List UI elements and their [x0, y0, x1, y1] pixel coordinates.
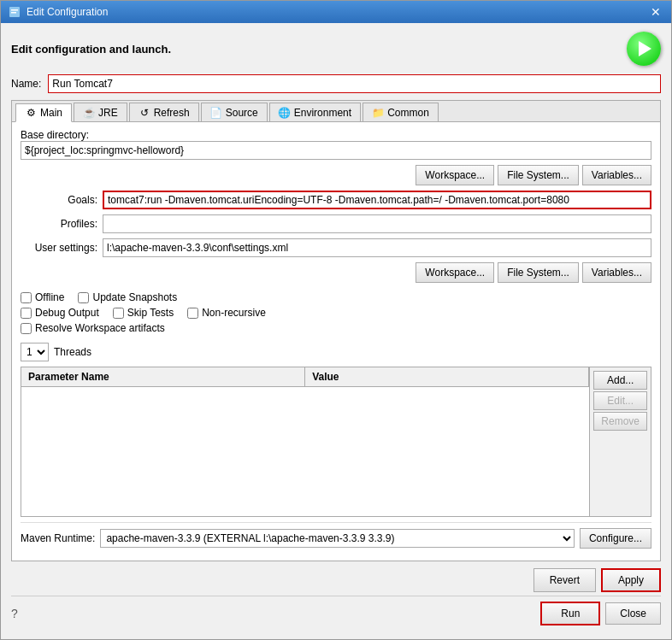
tab-refresh-label: Refresh — [154, 107, 190, 119]
tab-jre-label: JRE — [98, 107, 118, 119]
footer-row: ? Run Close — [11, 596, 661, 631]
debug-output-label: Debug Output — [35, 307, 99, 319]
tabs-bar: ⚙ Main ☕ JRE ↺ Refresh 📄 Source 🌐 Enviro… — [11, 100, 661, 121]
user-settings-row: User settings: — [21, 238, 651, 257]
dialog-icon — [8, 5, 21, 19]
tab-common[interactable]: 📁 Common — [363, 103, 439, 121]
update-snapshots-checkbox[interactable] — [78, 292, 89, 303]
tab-environment[interactable]: 🌐 Environment — [269, 103, 361, 121]
base-directory-input[interactable] — [21, 141, 651, 160]
base-directory-label: Base directory: — [21, 129, 651, 141]
run-button[interactable]: Run — [540, 602, 600, 625]
skip-tests-checkbox[interactable] — [113, 308, 124, 319]
edit-parameter-button[interactable]: Edit... — [593, 391, 647, 410]
resolve-workspace-checkbox-item: Resolve Workspace artifacts — [21, 322, 165, 334]
debug-output-checkbox-item: Debug Output — [21, 307, 99, 319]
resolve-workspace-checkbox[interactable] — [21, 323, 32, 334]
workspace-button-1[interactable]: Workspace... — [416, 165, 494, 185]
title-bar: Edit Configuration ✕ — [1, 1, 671, 23]
tab-environment-label: Environment — [294, 107, 351, 119]
source-tab-icon: 📄 — [210, 107, 222, 119]
offline-checkbox-item: Offline — [21, 291, 64, 303]
header-section: Edit configuration and launch. — [11, 32, 661, 66]
svg-rect-1 — [11, 9, 18, 11]
offline-checkbox[interactable] — [21, 292, 32, 303]
jre-tab-icon: ☕ — [83, 107, 95, 119]
skip-tests-label: Skip Tests — [127, 307, 174, 319]
svg-rect-2 — [11, 12, 16, 14]
tab-jre[interactable]: ☕ JRE — [74, 103, 127, 121]
close-button[interactable]: Close — [605, 602, 661, 625]
workspace-button-2[interactable]: Workspace... — [416, 262, 494, 283]
checkbox-row-3: Resolve Workspace artifacts — [21, 322, 651, 334]
base-directory-section: Base directory: — [21, 129, 651, 160]
skip-tests-checkbox-item: Skip Tests — [113, 307, 174, 319]
debug-output-checkbox[interactable] — [21, 308, 32, 319]
update-snapshots-checkbox-item: Update Snapshots — [78, 291, 177, 303]
user-settings-label: User settings: — [21, 242, 97, 254]
add-parameter-button[interactable]: Add... — [593, 371, 647, 390]
tab-main-label: Main — [40, 107, 62, 119]
tab-source[interactable]: 📄 Source — [201, 103, 268, 121]
variables-button-2[interactable]: Variables... — [582, 262, 651, 283]
settings-buttons-row: Workspace... File System... Variables... — [21, 262, 651, 283]
maven-runtime-label: Maven Runtime: — [21, 532, 95, 544]
tab-main[interactable]: ⚙ Main — [15, 103, 72, 122]
bottom-buttons: Revert Apply — [11, 561, 661, 596]
profiles-input[interactable] — [103, 214, 651, 233]
threads-label: Threads — [54, 346, 91, 358]
configure-button[interactable]: Configure... — [580, 528, 651, 549]
user-settings-input[interactable] — [103, 238, 651, 257]
close-icon[interactable]: ✕ — [647, 3, 664, 21]
non-recursive-checkbox-item: Non-recursive — [187, 307, 266, 319]
update-snapshots-label: Update Snapshots — [92, 291, 177, 303]
file-system-button-1[interactable]: File System... — [498, 165, 579, 185]
profiles-row: Profiles: — [21, 214, 651, 233]
directory-buttons-row: Workspace... File System... Variables... — [21, 165, 651, 185]
threads-select[interactable]: 1 2 4 8 — [21, 343, 49, 361]
name-row: Name: — [11, 74, 661, 93]
non-recursive-label: Non-recursive — [202, 307, 266, 319]
non-recursive-checkbox[interactable] — [187, 308, 198, 319]
title-bar-left: Edit Configuration — [8, 5, 108, 19]
common-tab-icon: 📁 — [372, 107, 384, 119]
content-panel: Base directory: Workspace... File System… — [11, 121, 661, 561]
parameter-table: Parameter Name Value — [21, 367, 589, 516]
refresh-tab-icon: ↺ — [139, 107, 150, 119]
remove-parameter-button[interactable]: Remove — [593, 412, 647, 431]
parameter-table-section: Parameter Name Value Add... Edit... Remo… — [21, 367, 651, 517]
panel-inner: Base directory: Workspace... File System… — [12, 122, 660, 561]
help-icon[interactable]: ? — [11, 607, 18, 620]
table-buttons: Add... Edit... Remove — [589, 367, 651, 516]
environment-tab-icon: 🌐 — [279, 107, 291, 119]
dialog-subtitle: Edit configuration and launch. — [11, 43, 171, 56]
resolve-workspace-label: Resolve Workspace artifacts — [35, 322, 165, 334]
goals-row: Goals: — [21, 191, 651, 209]
profiles-label: Profiles: — [21, 218, 97, 230]
name-label: Name: — [11, 78, 41, 90]
tab-source-label: Source — [226, 107, 258, 119]
file-system-button-2[interactable]: File System... — [498, 262, 579, 283]
table-header: Parameter Name Value — [21, 367, 589, 387]
main-tab-icon: ⚙ — [25, 107, 37, 119]
checkbox-row-1: Offline Update Snapshots — [21, 291, 651, 303]
maven-runtime-select[interactable]: apache-maven-3.3.9 (EXTERNAL l:\apache-m… — [100, 529, 575, 548]
name-input[interactable] — [48, 74, 661, 93]
variables-button-1[interactable]: Variables... — [582, 165, 651, 185]
dialog-body: Edit configuration and launch. Name: ⚙ M… — [1, 23, 671, 639]
table-header-value: Value — [305, 367, 589, 386]
goals-label: Goals: — [21, 194, 97, 206]
checkboxes-area: Offline Update Snapshots Debug Output — [21, 288, 651, 338]
maven-runtime-row: Maven Runtime: apache-maven-3.3.9 (EXTER… — [21, 522, 651, 554]
title-text: Edit Configuration — [27, 6, 108, 18]
apply-button[interactable]: Apply — [601, 568, 661, 592]
revert-button[interactable]: Revert — [533, 568, 596, 592]
tab-refresh[interactable]: ↺ Refresh — [129, 103, 199, 121]
checkbox-row-2: Debug Output Skip Tests Non-recursive — [21, 307, 651, 319]
offline-label: Offline — [35, 291, 64, 303]
table-header-name: Parameter Name — [21, 367, 305, 386]
goals-input[interactable] — [103, 191, 651, 209]
tab-common-label: Common — [387, 107, 429, 119]
launch-run-button[interactable] — [627, 32, 661, 66]
threads-row: 1 2 4 8 Threads — [21, 343, 651, 361]
